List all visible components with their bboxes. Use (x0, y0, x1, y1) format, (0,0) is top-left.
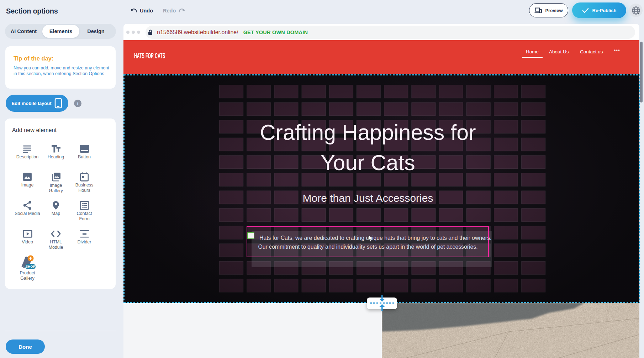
svg-text:SHOP: SHOP (26, 264, 36, 268)
